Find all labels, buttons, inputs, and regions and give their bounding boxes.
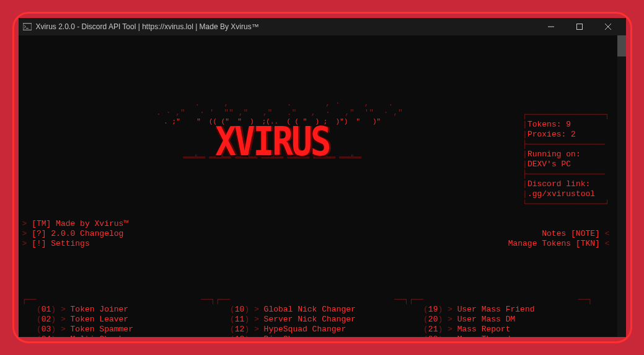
scrollbar-track[interactable] xyxy=(617,35,626,337)
titlebar: Xvirus 2.0.0 - Discord API Tool | https:… xyxy=(19,18,626,35)
svg-rect-0 xyxy=(23,24,32,30)
tokens-value: 9 xyxy=(566,120,571,129)
menu-item-01[interactable]: (01) > Token Joiner xyxy=(22,305,206,314)
proxies-value: 2 xyxy=(571,130,576,139)
header-block: . , . , · , . . · ," · ' "" ," ," ." , ·… xyxy=(22,96,622,209)
maximize-button[interactable] xyxy=(565,18,594,35)
menu-item-12[interactable]: (12) > HypeSquad Changer xyxy=(216,325,399,334)
terminal-body[interactable]: . , . , · , . . · ," · ' "" ," ," ." , ·… xyxy=(19,35,626,337)
menu-col-1: ┌── ──┐ (01) > Token Joiner (02) > Token… xyxy=(22,295,216,337)
proxies-label: Proxies: xyxy=(527,130,566,139)
menu-item-13[interactable]: (13) > Bio Changer xyxy=(216,335,399,337)
outer-frame: Xvirus 2.0.0 - Discord API Tool | https:… xyxy=(12,12,632,343)
console-window: Xvirus 2.0.0 - Discord API Tool | https:… xyxy=(19,18,626,337)
window-controls xyxy=(537,18,622,35)
discord-value: .gg/xvirustool xyxy=(527,189,595,199)
ascii-steam: . , . , · , . . · ," · ' "" ," ," ." , ·… xyxy=(142,99,403,117)
menu-item-02[interactable]: (02) > Token Leaver xyxy=(22,315,206,324)
running-value: DEXV's PC xyxy=(527,160,571,169)
menu-item-10[interactable]: (10) > Global Nick Changer xyxy=(216,305,399,314)
menu-item-03[interactable]: (03) > Token Spammer xyxy=(22,325,206,334)
window-title: Xvirus 2.0.0 - Discord API Tool | https:… xyxy=(36,22,537,31)
discord-label: Discord link: xyxy=(527,179,590,189)
menu-item-20[interactable]: (20) > User Mass DM xyxy=(409,315,583,324)
menu-col-3: ┌── ──┐ (19) > User Mass Friend (20) > U… xyxy=(409,295,593,337)
menu-item-04[interactable]: (04) > Multi Checker xyxy=(22,335,206,337)
scrollbar-thumb[interactable] xyxy=(617,35,626,56)
menu-item-11[interactable]: (11) > Server Nick Changer xyxy=(216,315,399,324)
status-box: ┌────────────────┐ |Tokens: 9 |Proxies: … xyxy=(523,96,622,209)
tokens-label: Tokens: xyxy=(527,120,562,129)
menu-item-21[interactable]: (21) > Mass Report xyxy=(409,325,583,334)
app-icon xyxy=(22,22,32,32)
link-right-0[interactable]: Notes [NOTE] < xyxy=(542,229,622,239)
menu-area: ┌── ──┐ (01) > Token Joiner (02) > Token… xyxy=(22,295,622,337)
link-0[interactable]: > [TM] Made by Xvirus™ xyxy=(22,219,129,229)
menu-item-19[interactable]: (19) > User Mass Friend xyxy=(409,305,583,314)
minimize-button[interactable] xyxy=(537,18,565,35)
menu-item-22[interactable]: (22) > Mass Thread xyxy=(409,335,583,337)
link-right-1[interactable]: Manage Tokens [TKN] < xyxy=(508,239,622,249)
link-2[interactable]: > [!] Settings xyxy=(22,239,90,249)
svg-rect-3 xyxy=(576,24,582,30)
top-links: > [TM] Made by Xvirus™> [?] 2.0.0 Change… xyxy=(22,219,622,249)
running-label: Running on: xyxy=(527,150,581,159)
xvirus-ascii-logo: XVIRUS xyxy=(215,127,329,156)
menu-col-2: ┌── ──┐ (10) > Global Nick Changer (11) … xyxy=(216,295,409,337)
close-button[interactable] xyxy=(594,18,622,35)
link-1[interactable]: > [?] 2.0.0 Changelog xyxy=(22,229,124,239)
